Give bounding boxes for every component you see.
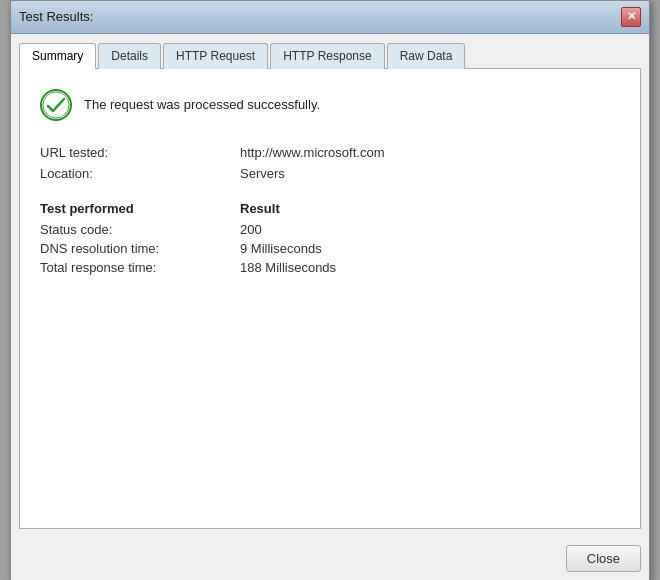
dns-label: DNS resolution time: <box>40 241 240 256</box>
test-results-window: Test Results: ✕ Summary Details HTTP Req… <box>10 0 650 580</box>
location-label: Location: <box>40 166 240 181</box>
close-button[interactable]: Close <box>566 545 641 572</box>
tab-content-summary: The request was processed successfully. … <box>19 69 641 529</box>
tab-summary[interactable]: Summary <box>19 43 96 69</box>
tab-details[interactable]: Details <box>98 43 161 69</box>
test-performed-header: Test performed <box>40 201 240 216</box>
response-time-value: 188 Milliseconds <box>240 260 620 275</box>
status-code-label: Status code: <box>40 222 240 237</box>
location-value: Servers <box>240 166 620 181</box>
url-label: URL tested: <box>40 145 240 160</box>
window-close-button[interactable]: ✕ <box>621 7 641 27</box>
status-code-value: 200 <box>240 222 620 237</box>
window-body: Summary Details HTTP Request HTTP Respon… <box>11 34 649 537</box>
results-table: Test performed Result Status code: 200 D… <box>40 201 620 275</box>
success-row: The request was processed successfully. <box>40 89 620 121</box>
success-message: The request was processed successfully. <box>84 97 320 112</box>
tab-raw-data[interactable]: Raw Data <box>387 43 466 69</box>
svg-point-1 <box>43 92 69 118</box>
tab-http-response[interactable]: HTTP Response <box>270 43 384 69</box>
title-bar: Test Results: ✕ <box>11 1 649 34</box>
success-icon <box>40 89 72 121</box>
footer: Close <box>11 537 649 580</box>
url-value: http://www.microsoft.com <box>240 145 620 160</box>
tab-http-request[interactable]: HTTP Request <box>163 43 268 69</box>
tab-bar: Summary Details HTTP Request HTTP Respon… <box>19 42 641 69</box>
result-header: Result <box>240 201 620 216</box>
window-title: Test Results: <box>19 9 93 24</box>
response-time-label: Total response time: <box>40 260 240 275</box>
info-grid: URL tested: http://www.microsoft.com Loc… <box>40 145 620 181</box>
results-row-status: Status code: 200 <box>40 222 620 237</box>
results-header: Test performed Result <box>40 201 620 216</box>
results-row-dns: DNS resolution time: 9 Milliseconds <box>40 241 620 256</box>
results-row-response: Total response time: 188 Milliseconds <box>40 260 620 275</box>
dns-value: 9 Milliseconds <box>240 241 620 256</box>
